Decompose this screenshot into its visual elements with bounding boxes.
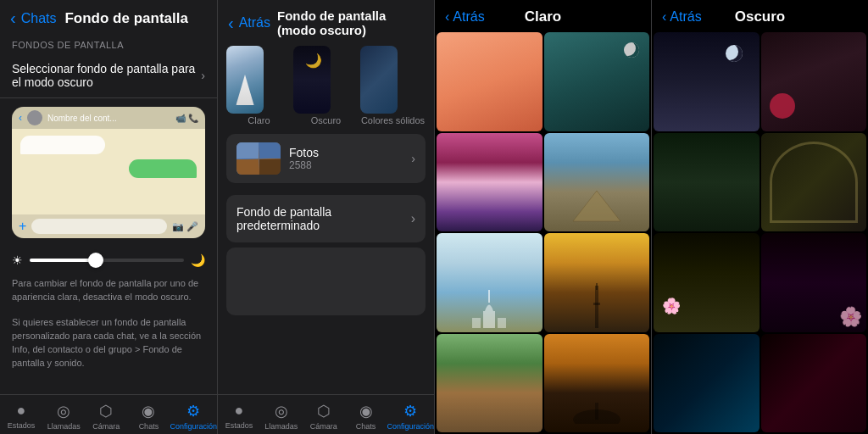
chats-label-p2: Chats [356,422,376,431]
yellow-flower-emoji: 🌸 [662,297,681,315]
brightness-thumb[interactable] [88,253,103,268]
wallpaper-dark-neon[interactable] [654,334,760,433]
wallpaper-pink-curtain[interactable] [437,133,542,232]
wallpaper-dark-red[interactable] [761,334,867,433]
svg-rect-1 [483,311,495,328]
config-icon-p2: ⚙ [403,402,417,420]
estados-label: Estados [8,421,36,430]
wallpaper-dark-cherry[interactable]: 🌸 [761,233,867,332]
wallpaper-type-oscuro[interactable]: Oscuro [293,46,359,125]
preview-back-icon: ‹ [19,112,22,124]
back-button-p4[interactable]: ‹ Atrás [662,9,702,25]
tab-estados-p2[interactable]: ● Estados [218,402,260,431]
wallpaper-mosque[interactable] [437,233,542,332]
back-label-chats[interactable]: Chats [21,11,57,26]
top-nav-panel2: ‹ Atrás Fondo de pantalla (modo oscuro) [218,0,434,42]
wallpaper-type-solidos[interactable]: Colores sólidos [360,46,426,125]
back-label-p4: Atrás [670,9,701,25]
media-icons: 📷 🎤 [172,221,198,232]
estados-label-p2: Estados [225,421,253,430]
solidos-label: Colores sólidos [360,115,426,125]
solidos-preview[interactable] [360,46,398,114]
chats-icon-p2: ◉ [359,402,373,420]
brightness-row: ☀ 🌙 [0,247,217,274]
top-nav-panel3: ‹ Atrás Claro [435,0,651,31]
dark-mode-wallpaper-row[interactable]: Seleccionar fondo de pantalla para el mo… [0,53,217,98]
back-button-p3[interactable]: ‹ Atrás [445,9,485,25]
wallpaper-dark-green[interactable] [654,133,760,232]
photos-chevron-icon: › [411,152,415,165]
tab-camara[interactable]: ⬡ Cámara [85,402,127,431]
top-nav-panel4: ‹ Atrás Oscuro [652,0,868,31]
default-wallpaper-row[interactable]: Fondo de pantalla predeterminado › [226,195,426,242]
oscuro-preview[interactable] [293,46,331,114]
back-arrow-icon[interactable]: ‹ [10,8,16,28]
brightness-fill [30,259,92,262]
wallpaper-dark-yellow[interactable]: 🌸 [654,233,760,332]
chevron-right-icon: › [201,69,205,82]
camara-icon-p2: ⬡ [317,402,331,420]
wallpaper-type-claro[interactable]: Claro [226,46,292,125]
wallpaper-pyramid[interactable] [544,133,650,232]
config-label-p2: Configuración [387,422,434,431]
back-label-p3: Atrás [453,9,484,25]
info-text-2: Si quieres establecer un fondo de pantal… [0,313,217,374]
cherry-blossom: 🌸 [839,306,862,328]
llamadas-label-p2: Llamadas [264,422,298,431]
svg-rect-7 [596,283,598,290]
svg-rect-9 [595,403,598,420]
tab-chats-p2[interactable]: ◉ Chats [345,402,387,431]
pyramid-svg [571,189,622,223]
panel3-title: Claro [525,8,561,25]
wallpaper-teal[interactable] [544,32,650,131]
moon-icon: 🌙 [191,253,205,267]
oscuro-wallpaper-gallery: 🌸 🌸 [652,31,868,434]
tab-camara-p2[interactable]: ⬡ Cámara [303,402,345,431]
photos-title: Fotos [289,146,411,159]
llamadas-icon: ◎ [57,402,70,420]
chats-label: Chats [139,422,159,431]
camara-label-p2: Cámara [310,422,337,431]
tab-llamadas-p2[interactable]: ◎ Llamadas [260,402,303,431]
claro-preview[interactable] [226,46,264,114]
wallpaper-rio[interactable] [544,334,650,433]
photo-cell-4 [259,159,281,175]
tab-llamadas[interactable]: ◎ Llamadas [42,402,85,431]
select-row-text: Seleccionar fondo de pantalla para el mo… [12,62,201,89]
svg-rect-6 [593,303,600,305]
arch-shape [770,142,859,224]
photo-cell-1 [236,142,259,159]
top-nav-panel1: ‹ Chats Fondo de pantalla [0,0,217,33]
back-arrow-icon-p2[interactable]: ‹ [228,14,234,33]
back-label-p2[interactable]: Atrás [239,15,270,31]
llamadas-label: Llamadas [47,422,81,431]
tab-chats[interactable]: ◉ Chats [127,402,170,431]
preview-chat-bar: ‹ Nombre del cont... 📹 📞 [12,107,205,129]
tab-configuracion[interactable]: ⚙ Configuración [170,402,217,431]
wallpaper-preview: ‹ Nombre del cont... 📹 📞 + 📷 🎤 [12,107,205,238]
svg-rect-3 [498,318,506,328]
wallpaper-dark-arch[interactable] [761,133,867,232]
plus-icon: + [19,219,26,234]
wallpaper-flowers[interactable] [437,334,542,433]
panel-claro-gallery: ‹ Atrás Claro [434,0,651,434]
tower-svg [592,281,602,328]
preview-contact-name: Nombre del cont... [47,114,170,123]
default-wallpaper-preview [226,248,426,315]
back-arrow-icon-p3: ‹ [445,9,449,25]
wallpaper-dark-moon[interactable] [654,32,760,131]
svg-rect-4 [488,290,490,303]
incoming-bubble [20,136,105,154]
tab-bar-panel2: ● Estados ◎ Llamadas ⬡ Cámara ◉ Chats ⚙ … [218,394,434,434]
moon-shape [726,45,743,62]
photos-row[interactable]: Fotos 2588 › [226,134,426,183]
tab-estados[interactable]: ● Estados [0,402,42,431]
brightness-slider[interactable] [30,259,184,262]
info-text-1: Para cambiar el fondo de pantalla por un… [0,274,217,308]
wallpaper-dark-mountain[interactable] [761,32,867,131]
red-sphere [770,93,795,119]
back-arrow-icon-p4: ‹ [662,9,666,25]
wallpaper-peach[interactable] [437,32,542,131]
tab-config-p2[interactable]: ⚙ Configuración [387,402,434,431]
wallpaper-tower-sunset[interactable] [544,233,650,332]
